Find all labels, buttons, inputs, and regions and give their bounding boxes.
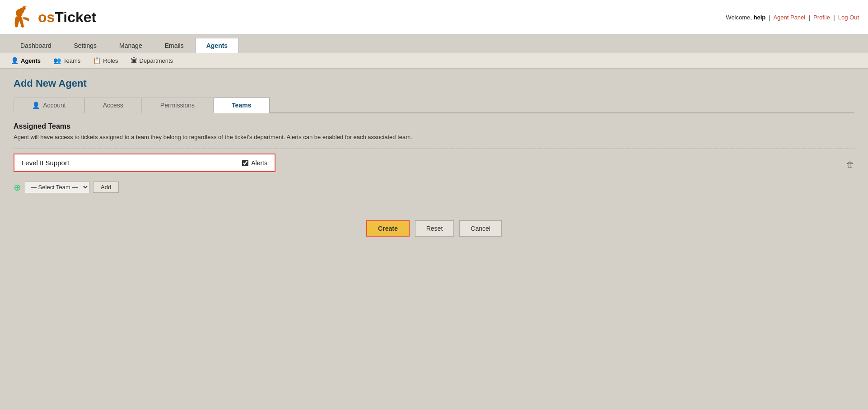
- departments-icon: [131, 57, 137, 64]
- subnav-roles[interactable]: Roles: [91, 56, 120, 65]
- tab-access[interactable]: Access: [84, 98, 142, 113]
- nav-dashboard[interactable]: Dashboard: [9, 38, 63, 53]
- tab-permissions[interactable]: Permissions: [142, 98, 213, 113]
- account-tab-icon: 👤: [32, 102, 40, 109]
- teams-full-row: Level II Support Alerts 🗑: [14, 154, 854, 177]
- tab-account[interactable]: 👤 Account: [14, 98, 84, 113]
- roles-icon: [93, 57, 101, 64]
- team-row-alerts: Alerts: [242, 159, 267, 167]
- separator-line: [14, 149, 854, 149]
- logo-ticket: Ticket: [55, 9, 96, 25]
- tab-permissions-label: Permissions: [160, 102, 195, 109]
- subnav-teams-label: Teams: [63, 57, 80, 64]
- cancel-button[interactable]: Cancel: [459, 220, 502, 237]
- reset-button[interactable]: Reset: [415, 220, 454, 237]
- add-team-row: ⊕ — Select Team — Add: [14, 181, 854, 193]
- subnav-agents[interactable]: Agents: [9, 56, 42, 65]
- alerts-label: Alerts: [251, 159, 267, 167]
- tab-teams-label: Teams: [232, 102, 251, 109]
- profile-link[interactable]: Profile: [813, 14, 830, 21]
- main-nav: Dashboard Settings Manage Emails Agents: [0, 35, 868, 53]
- svg-point-4: [24, 6, 25, 7]
- team-row-name: Level II Support: [22, 159, 242, 167]
- subnav-agents-label: Agents: [21, 57, 41, 64]
- delete-team-icon[interactable]: 🗑: [846, 160, 854, 170]
- logo-text: osTicket: [38, 9, 96, 26]
- subnav-departments[interactable]: Departments: [129, 56, 175, 65]
- alerts-checkbox[interactable]: [242, 160, 248, 166]
- top-right-nav: Welcome, help | Agent Panel | Profile | …: [726, 14, 859, 21]
- nav-settings[interactable]: Settings: [63, 38, 108, 53]
- tab-access-label: Access: [103, 102, 123, 109]
- agent-panel-link[interactable]: Agent Panel: [773, 14, 805, 21]
- nav-agents[interactable]: Agents: [195, 38, 239, 53]
- subnav-roles-label: Roles: [103, 57, 118, 64]
- section-desc: Agent will have access to tickets assign…: [14, 133, 420, 141]
- teams-icon: [53, 57, 61, 64]
- subnav-departments-label: Departments: [140, 57, 173, 64]
- welcome-text: Welcome,: [726, 14, 752, 21]
- nav-manage[interactable]: Manage: [108, 38, 154, 53]
- header: osTicket Welcome, help | Agent Panel | P…: [0, 0, 868, 35]
- create-button[interactable]: Create: [366, 220, 410, 237]
- add-plus-icon[interactable]: ⊕: [14, 182, 21, 193]
- team-row-highlighted: Level II Support Alerts: [14, 154, 275, 172]
- logout-link[interactable]: Log Out: [838, 14, 859, 21]
- action-buttons: Create Reset Cancel: [14, 220, 854, 237]
- kangaroo-logo: [9, 4, 36, 31]
- tab-account-label: Account: [43, 102, 66, 109]
- welcome-user: help: [754, 14, 766, 21]
- page-content: Add New Agent 👤 Account Access Permissio…: [0, 69, 868, 246]
- add-team-button[interactable]: Add: [93, 182, 119, 193]
- form-tabs: 👤 Account Access Permissions Teams: [14, 97, 854, 113]
- select-team-dropdown[interactable]: — Select Team —: [25, 181, 89, 193]
- tab-teams[interactable]: Teams: [213, 98, 270, 113]
- agent-icon: [11, 57, 19, 64]
- section-title: Assigned Teams: [14, 122, 854, 130]
- sub-nav: Agents Teams Roles Departments: [0, 53, 868, 69]
- logo-os: os: [38, 9, 55, 25]
- logo-area: osTicket: [9, 4, 96, 31]
- form-body: Assigned Teams Agent will have access to…: [14, 113, 854, 202]
- subnav-teams[interactable]: Teams: [51, 56, 82, 65]
- nav-emails[interactable]: Emails: [154, 38, 195, 53]
- page-title: Add New Agent: [14, 78, 854, 89]
